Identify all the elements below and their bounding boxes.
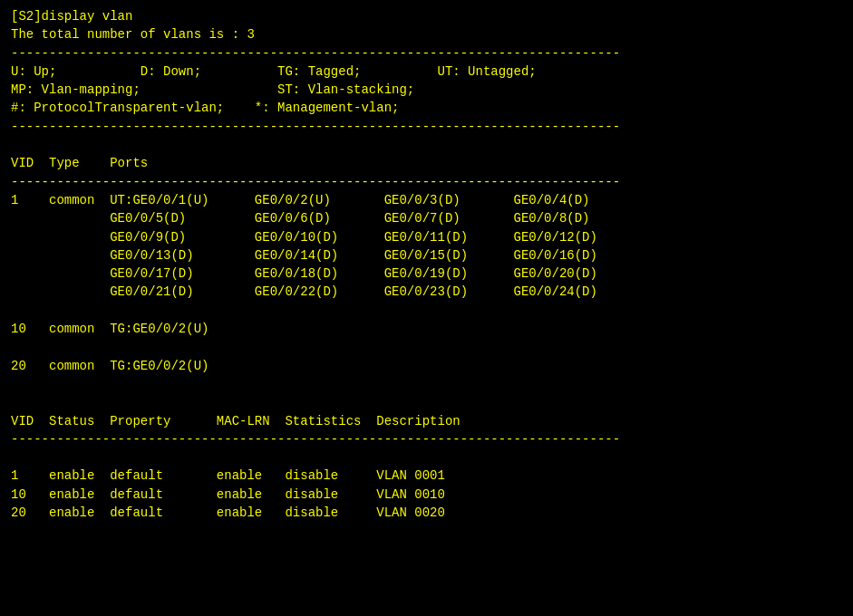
vlan10-ports-row: 10 common TG:GE0/0/2(U)	[11, 320, 842, 338]
vlan1-ports-row5: GE0/0/17(D) GE0/0/18(D) GE0/0/19(D) GE0/…	[11, 265, 842, 283]
vlan1-ports-row4: GE0/0/13(D) GE0/0/14(D) GE0/0/15(D) GE0/…	[11, 246, 842, 265]
terminal-window: [S2]display vlan The total number of vla…	[11, 7, 842, 522]
vlan20-ports-row: 20 common TG:GE0/0/2(U)	[11, 357, 842, 375]
divider-2: ----------------------------------------…	[11, 118, 842, 136]
vlan1-ports-row3: GE0/0/9(D) GE0/0/10(D) GE0/0/11(D) GE0/0…	[11, 228, 842, 246]
vlan10-status-row: 10 enable default enable disable VLAN 00…	[11, 486, 842, 504]
blank-5	[11, 393, 842, 411]
blank-4	[11, 375, 842, 393]
blank-3	[11, 338, 842, 356]
divider-4: ----------------------------------------…	[11, 430, 842, 448]
vlan1-ports-row6: GE0/0/21(D) GE0/0/22(D) GE0/0/23(D) GE0/…	[11, 283, 842, 301]
table-header-ports: VID Type Ports	[11, 154, 842, 172]
vlan1-status-row: 1 enable default enable disable VLAN 000…	[11, 467, 842, 485]
legend-up-down: U: Up; D: Down; TG: Tagged; UT: Untagged…	[11, 63, 842, 81]
vlan20-status-row: 20 enable default enable disable VLAN 00…	[11, 504, 842, 522]
vlan-count: The total number of vlans is : 3	[11, 25, 842, 43]
divider-3: ----------------------------------------…	[11, 173, 842, 191]
legend-protocol: #: ProtocolTransparent-vlan; *: Manageme…	[11, 99, 842, 117]
legend-vlan-mapping: MP: Vlan-mapping; ST: Vlan-stacking;	[11, 81, 842, 99]
blank-6	[11, 448, 842, 467]
vlan1-ports-row1: 1 common UT:GE0/0/1(U) GE0/0/2(U) GE0/0/…	[11, 191, 842, 209]
command-line: [S2]display vlan	[11, 7, 842, 25]
vlan1-ports-row2: GE0/0/5(D) GE0/0/6(D) GE0/0/7(D) GE0/0/8…	[11, 209, 842, 227]
blank-2	[11, 302, 842, 320]
blank-1	[11, 136, 842, 154]
divider-1: ----------------------------------------…	[11, 44, 842, 63]
table-header-status: VID Status Property MAC-LRN Statistics D…	[11, 412, 842, 430]
